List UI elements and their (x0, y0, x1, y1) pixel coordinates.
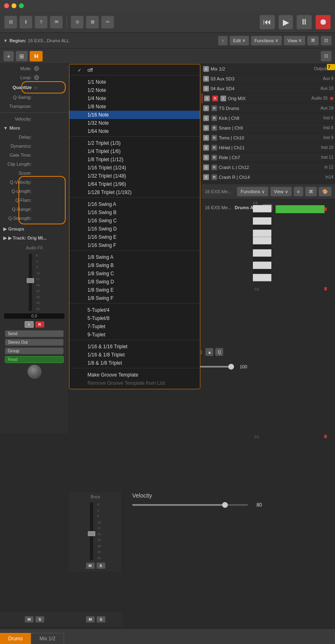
tab-mix[interactable]: Mix 1/2 (31, 633, 64, 644)
menu-item-1-64-t[interactable]: 1/64 Triplet (1/96) (69, 180, 200, 188)
snap-btn-2[interactable]: ≡ (294, 187, 303, 196)
m-button-main[interactable]: M (25, 616, 34, 623)
track-s-2[interactable]: S (203, 76, 209, 82)
menu-item-1-16-se[interactable]: 1/16 Swing E (69, 233, 200, 241)
read-button[interactable]: Read (5, 356, 64, 363)
track-s-7[interactable]: S (203, 125, 209, 131)
fader-thumb-2[interactable] (88, 531, 95, 536)
functions-btn-2[interactable]: Functions ∨ (237, 187, 268, 196)
more-section[interactable]: ▼ More (0, 123, 69, 132)
send-button[interactable]: Send (5, 330, 64, 337)
s-button-main[interactable]: S (35, 616, 44, 623)
menu-item-1-16-sd[interactable]: 1/16 Swing D (69, 225, 200, 233)
track-s-8[interactable]: S (203, 135, 209, 141)
quantize-q-btn[interactable]: Q (215, 348, 223, 356)
track-r-6[interactable]: R (211, 115, 217, 121)
track-s-10[interactable]: S (203, 155, 209, 160)
note-block[interactable] (275, 205, 325, 213)
menu-item-1-8-sc[interactable]: 1/8 Swing C (69, 269, 200, 278)
track-r-10[interactable]: R (211, 155, 217, 160)
menu-item-1-16-sb[interactable]: 1/16 Swing B (69, 208, 200, 217)
help-button[interactable]: ? (34, 16, 48, 29)
scissors-button[interactable]: ✂ (101, 16, 114, 29)
menu-item-1-8-sa[interactable]: 1/8 Swing A (69, 253, 200, 261)
menu-item-1-8[interactable]: 1/8 Note (69, 103, 200, 111)
fader-track-2[interactable] (90, 502, 93, 560)
play-button[interactable]: ▶ (278, 15, 293, 30)
menu-item-1-8-t[interactable]: 1/8 Triplet (1/12) (69, 155, 200, 164)
menu-item-1-16-sc[interactable]: 1/16 Swing C (69, 217, 200, 225)
menu-item-1-8-1-8t[interactable]: 1/8 & 1/8 Triplet (69, 359, 200, 367)
mail-button[interactable]: ✉ (50, 16, 63, 29)
close-button[interactable] (4, 3, 9, 8)
copy-button[interactable]: ⊞ (16, 51, 28, 62)
m-button-second[interactable]: M (86, 616, 95, 623)
menu-item-1-16[interactable]: 1/16 Note (69, 111, 200, 119)
track-s-5[interactable]: S (203, 105, 209, 111)
metronome-button[interactable]: ⊙ (71, 16, 84, 29)
q-flam-row[interactable]: Q-Flam: (0, 196, 69, 205)
menu-item-1-16-sa[interactable]: 1/16 Swing A (69, 200, 200, 208)
color-btn-2[interactable]: 🎨 (319, 187, 332, 196)
track-r-5[interactable]: R (211, 105, 217, 111)
link-button[interactable]: ⌘ (307, 36, 319, 46)
h-button[interactable]: H (30, 51, 43, 62)
arrow-up-button[interactable]: ↑ (218, 36, 228, 46)
track-r-8[interactable]: R (211, 135, 217, 141)
pan-knob[interactable] (28, 365, 41, 379)
menu-item-1-32-t[interactable]: 1/32 Triplet (1/48) (69, 172, 200, 180)
fader-track[interactable] (29, 253, 32, 311)
track-r-7[interactable]: R (211, 125, 217, 131)
strength-thumb[interactable] (228, 364, 234, 370)
view-btn-2[interactable]: View ∨ (270, 187, 292, 196)
menu-item-1-16-t[interactable]: 1/16 Triplet (1/24) (69, 164, 200, 172)
m-button-2[interactable]: M (86, 562, 95, 569)
menu-item-1-128-t[interactable]: 1/128 Triplet (1/192) (69, 188, 200, 196)
quantize-row[interactable]: Quantize ◇ (0, 82, 69, 93)
velocity-thumb[interactable] (222, 502, 228, 508)
track-s-9[interactable]: S (203, 145, 209, 151)
group-button[interactable]: Group (5, 347, 64, 354)
i-button[interactable]: I (25, 321, 34, 328)
menu-item-1-16-sf[interactable]: 1/16 Swing F (69, 241, 200, 249)
track-r-12[interactable]: R (211, 174, 217, 180)
menu-item-5-tuplet-8[interactable]: 5-Tuplet/8 (69, 314, 200, 322)
track-s-12[interactable]: S (203, 174, 209, 180)
info-button[interactable]: ℹ (19, 16, 32, 29)
mute-checkbox[interactable] (34, 66, 39, 71)
track-s-1[interactable]: S (203, 66, 209, 72)
menu-item-1-4[interactable]: 1/4 Note (69, 94, 200, 103)
groups-section[interactable]: ▶ Groups (0, 224, 69, 233)
menu-item-1-16-1-16t[interactable]: 1/16 & 1/16 Triplet (69, 343, 200, 351)
media-browser-button[interactable]: ⊟ (4, 16, 17, 29)
menu-item-1-16-1-8t[interactable]: 1/16 & 1/8 Triplet (69, 351, 200, 359)
menu-item-9-tuplet[interactable]: 9-Tuplet (69, 331, 200, 339)
snap-button[interactable]: ⊡ (321, 51, 332, 62)
view-button[interactable]: View ∨ (284, 36, 305, 46)
menu-item-1-8-sd[interactable]: 1/8 Swing D (69, 278, 200, 286)
track-s-3[interactable]: S (203, 86, 209, 91)
edit-button[interactable]: Edit ∨ (229, 36, 249, 46)
r-button[interactable]: R (35, 321, 44, 328)
fader-thumb[interactable] (27, 278, 34, 283)
q-range-row[interactable]: Q-Range: (0, 205, 69, 214)
track-s-11[interactable]: S (203, 164, 209, 170)
s-button-second[interactable]: S (96, 616, 106, 623)
track-r-4[interactable]: R (212, 96, 218, 101)
minimize-button[interactable] (11, 3, 16, 8)
menu-item-1-2-t[interactable]: 1/2 Triplet (1/3) (69, 139, 200, 147)
track-s-4[interactable]: S (204, 96, 210, 101)
track-section[interactable]: ▶ ▶ Track: Orig MI... (0, 233, 69, 242)
menu-item-1-4-t[interactable]: 1/4 Triplet (1/6) (69, 147, 200, 155)
align-btn-2[interactable]: ⌘ (305, 187, 317, 196)
s-button-2[interactable]: S (96, 562, 106, 569)
tab-drums[interactable]: Drums (0, 633, 31, 644)
maximize-button[interactable] (19, 3, 24, 8)
record-button[interactable]: ⏺ (315, 15, 331, 30)
q-strength-row[interactable]: Q-Strength: (0, 214, 69, 223)
loop-checkbox[interactable] (34, 75, 39, 80)
pause-button[interactable]: ⏸ (296, 15, 312, 30)
mixer-button[interactable]: ⊞ (86, 16, 99, 29)
menu-item-1-2[interactable]: 1/2 Note (69, 86, 200, 94)
quantize-up-btn[interactable]: ▲ (205, 348, 213, 356)
